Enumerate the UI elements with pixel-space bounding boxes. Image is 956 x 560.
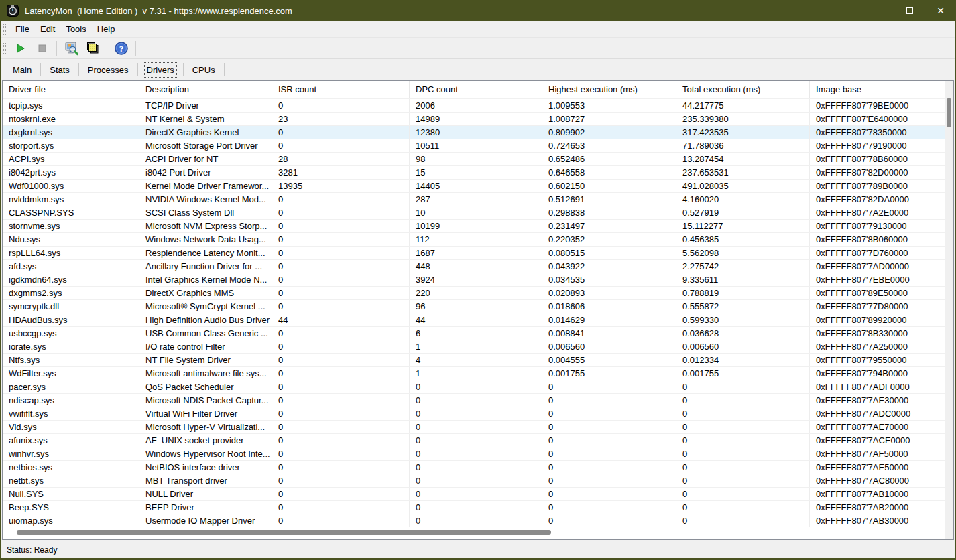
table-cell: 0	[272, 247, 410, 259]
table-cell: dxgkrnl.sys	[3, 126, 139, 139]
table-cell: 13935	[272, 180, 410, 192]
table-cell: Ancillary Function Driver for ...	[139, 260, 272, 273]
tab-processes[interactable]: Processes	[79, 62, 137, 78]
table-row[interactable]: igdkmdn64.sysIntel Graphics Kernel Mode …	[3, 273, 953, 286]
table-cell: 0	[542, 434, 676, 447]
table-row[interactable]: Wdf01000.sysKernel Mode Driver Framewor.…	[3, 179, 953, 192]
table-row[interactable]: symcryptk.dllMicrosoft® SymCrypt Kernel …	[3, 299, 953, 313]
processes-window-button[interactable]	[83, 40, 102, 57]
table-row[interactable]: CLASSPNP.SYSSCSI Class System Dll0100.29…	[3, 206, 953, 219]
table-cell: 0.001755	[676, 367, 810, 380]
table-row[interactable]: iorate.sysI/O rate control Filter010.006…	[3, 340, 953, 353]
table-row[interactable]: netbios.sysNetBIOS interface driver00000…	[3, 460, 953, 474]
header-driver-file[interactable]: Driver file	[3, 81, 139, 98]
table-cell: 0.014629	[542, 313, 676, 326]
table-cell: 6	[410, 327, 542, 340]
header-description[interactable]: Description	[139, 81, 272, 98]
maximize-button[interactable]	[894, 0, 925, 21]
table-row[interactable]: ntoskrnl.exeNT Kernel & System23149891.0…	[3, 112, 953, 125]
header-isr-count[interactable]: ISR count	[272, 81, 410, 98]
table-row[interactable]: vwififlt.sysVirtual WiFi Filter Driver00…	[3, 407, 953, 420]
window-controls: ✕	[863, 0, 956, 21]
menu-help[interactable]: Help	[92, 22, 121, 37]
table-row[interactable]: Ntfs.sysNT File System Driver040.0045550…	[3, 353, 953, 366]
menu-tools[interactable]: Tools	[60, 22, 91, 37]
table-cell: 491.028035	[676, 180, 810, 192]
header-highest-execution-ms[interactable]: Highest execution (ms)	[542, 81, 676, 98]
table-row[interactable]: HDAudBus.sysHigh Definition Audio Bus Dr…	[3, 313, 953, 326]
table-cell: 0.788819	[676, 287, 810, 299]
tab-stats[interactable]: Stats	[41, 62, 78, 78]
table-row[interactable]: netbt.sysMBT Transport driver00000xFFFFF…	[3, 474, 953, 487]
header-image-base[interactable]: Image base	[810, 81, 953, 98]
table-row[interactable]: Null.SYSNULL Driver00000xFFFFF807'7AB100…	[3, 487, 953, 500]
vertical-scrollbar-thumb[interactable]	[947, 98, 951, 127]
menu-edit[interactable]: Edit	[35, 22, 60, 37]
menu-file[interactable]: File	[10, 22, 35, 37]
table-row[interactable]: afunix.sysAF_UNIX socket provider00000xF…	[3, 433, 953, 447]
help-button[interactable]: ?	[112, 40, 131, 57]
table-cell: 0xFFFFF807'78B60000	[810, 153, 953, 165]
table-cell: I/O rate control Filter	[139, 340, 272, 353]
header-total-execution-ms[interactable]: Total execution (ms)	[676, 81, 810, 98]
tab-drivers[interactable]: Drivers	[138, 62, 183, 78]
table-cell: MBT Transport driver	[139, 474, 272, 487]
app-icon[interactable]	[7, 5, 19, 17]
toolbar-separator	[107, 41, 107, 56]
table-cell: 0xFFFFF807'7D760000	[810, 247, 953, 259]
table-row[interactable]: nvlddmkm.sysNVIDIA Windows Kernel Mod...…	[3, 192, 953, 206]
table-row[interactable]: stornvme.sysMicrosoft NVM Express Storp.…	[3, 219, 953, 232]
table-cell: 0xFFFFF807'7AE30000	[810, 394, 953, 407]
table-cell: Microsoft NDIS Packet Captur...	[139, 394, 272, 407]
table-cell: BEEP Driver	[139, 501, 272, 514]
table-row[interactable]: dxgkrnl.sysDirectX Graphics Kernel012380…	[3, 125, 953, 139]
horizontal-scrollbar-thumb[interactable]	[17, 530, 551, 535]
table-cell: igdkmdn64.sys	[3, 273, 139, 286]
table-cell: 0	[410, 434, 542, 447]
toolbar-gripper[interactable]	[3, 43, 6, 54]
table-row[interactable]: ACPI.sysACPI Driver for NT28980.65248613…	[3, 152, 953, 165]
table-cell: 0	[676, 514, 810, 527]
analyze-button[interactable]	[62, 40, 80, 57]
table-cell: Vid.sys	[3, 421, 139, 433]
tab-main[interactable]: Main	[4, 62, 40, 78]
table-cell: 0xFFFFF807'794B0000	[810, 367, 953, 380]
table-cell: 0	[676, 434, 810, 447]
table-cell: dxgmms2.sys	[3, 287, 139, 299]
menubar-gripper[interactable]	[3, 24, 6, 35]
table-cell: rspLLL64.sys	[3, 247, 139, 259]
table-row[interactable]: WdFilter.sysMicrosoft antimalware file s…	[3, 366, 953, 380]
table-cell: 0.020893	[542, 287, 676, 299]
table-cell: 0	[542, 501, 676, 514]
vertical-scrollbar[interactable]	[945, 81, 953, 539]
table-row[interactable]: dxgmms2.sysDirectX Graphics MMS02200.020…	[3, 286, 953, 299]
table-cell: 1687	[410, 247, 542, 259]
table-row[interactable]: uiomap.sysUsermode IO Mapper Driver00000…	[3, 514, 953, 527]
table-cell: 1	[410, 367, 542, 380]
table-row[interactable]: i8042prt.sysi8042 Port Driver3281150.646…	[3, 165, 953, 179]
table-row[interactable]: rspLLL64.sysResplendence Latency Monit..…	[3, 246, 953, 259]
minimize-button[interactable]	[863, 0, 894, 21]
table-cell: 0	[272, 193, 410, 206]
table-row[interactable]: ndiscap.sysMicrosoft NDIS Packet Captur.…	[3, 393, 953, 407]
table-row[interactable]: storport.sysMicrosoft Storage Port Drive…	[3, 139, 953, 152]
table-cell: DirectX Graphics Kernel	[139, 126, 272, 139]
table-row[interactable]: pacer.sysQoS Packet Scheduler00000xFFFFF…	[3, 380, 953, 393]
table-cell: Kernel Mode Driver Framewor...	[139, 180, 272, 192]
start-monitor-button[interactable]	[11, 40, 30, 57]
table-row[interactable]: afd.sysAncillary Function Driver for ...…	[3, 259, 953, 273]
stop-monitor-button[interactable]	[33, 40, 52, 57]
table-cell: 0	[676, 421, 810, 433]
table-row[interactable]: tcpip.sysTCP/IP Driver020061.00955344.21…	[3, 98, 953, 112]
table-row[interactable]: Vid.sysMicrosoft Hyper-V Virtualizati...…	[3, 420, 953, 433]
table-row[interactable]: usbccgp.sysUSB Common Class Generic ...0…	[3, 326, 953, 340]
table-row[interactable]: Ndu.sysWindows Network Data Usag...01120…	[3, 232, 953, 246]
header-dpc-count[interactable]: DPC count	[410, 81, 542, 98]
table-cell: 0.036628	[676, 327, 810, 340]
table-cell: 0	[272, 488, 410, 500]
tab-cpus[interactable]: CPUs	[184, 62, 224, 78]
table-row[interactable]: winhvr.sysWindows Hypervisor Root Inte..…	[3, 447, 953, 460]
close-button[interactable]: ✕	[925, 0, 956, 21]
table-row[interactable]: Beep.SYSBEEP Driver00000xFFFFF807'7AB200…	[3, 500, 953, 514]
table-cell: NetBIOS interface driver	[139, 461, 272, 474]
